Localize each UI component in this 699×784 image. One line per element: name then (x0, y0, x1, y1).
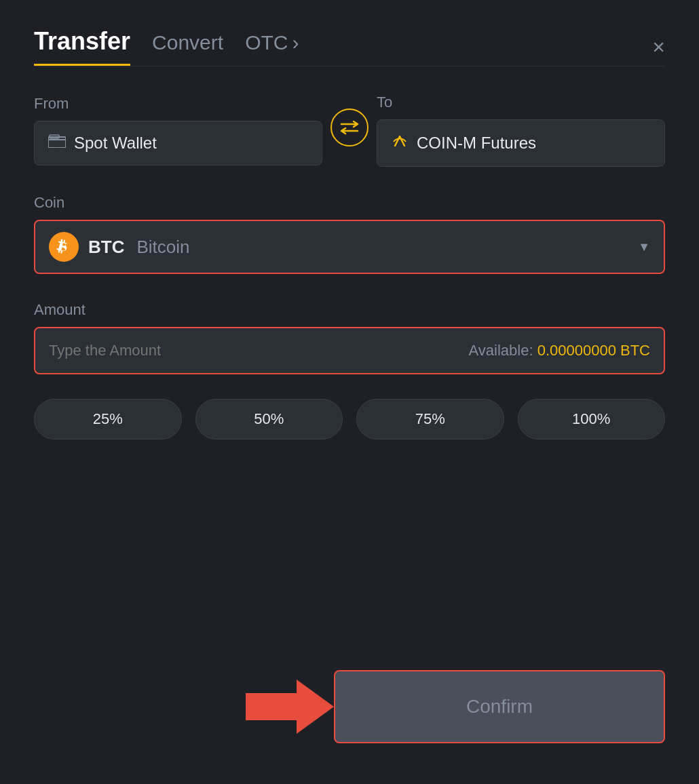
from-group: From Spot Wallet (34, 95, 322, 165)
to-label: To (377, 94, 665, 111)
pct-25-button[interactable]: 25% (34, 399, 182, 439)
pct-100-button[interactable]: 100% (518, 399, 666, 439)
coin-symbol: BTC (88, 237, 124, 258)
pct-75-button[interactable]: 75% (356, 399, 504, 439)
to-wallet-selector[interactable]: COIN-M Futures (377, 119, 665, 167)
header-divider (34, 66, 665, 66)
amount-input[interactable] (49, 342, 185, 359)
tab-otc[interactable]: OTC › (245, 31, 299, 62)
from-wallet-selector[interactable]: Spot Wallet (34, 121, 322, 165)
bottom-area: Confirm (34, 670, 665, 743)
wallet-icon (48, 134, 66, 152)
to-group: To COIN-M Futures (377, 94, 665, 167)
confirm-button[interactable]: Confirm (334, 670, 665, 743)
tab-convert[interactable]: Convert (152, 31, 223, 62)
pct-50-button[interactable]: 50% (195, 399, 343, 439)
btc-icon (49, 232, 79, 262)
swap-container (322, 109, 377, 152)
coin-section: Coin BTC Bitcoin ▼ (34, 194, 665, 274)
swap-button[interactable] (330, 109, 369, 146)
amount-label: Amount (34, 301, 86, 318)
coin-selector[interactable]: BTC Bitcoin ▼ (34, 220, 665, 274)
arrow-indicator (246, 676, 334, 737)
amount-input-box: Available: 0.00000000 BTC (34, 327, 665, 374)
available-value: 0.00000000 BTC (537, 342, 650, 359)
from-wallet-text: Spot Wallet (74, 134, 157, 153)
transfer-modal: Transfer Convert OTC › × From Spot Walle… (0, 0, 699, 784)
available-label: Available: (469, 342, 533, 359)
chevron-down-icon: ▼ (638, 240, 650, 254)
tab-transfer[interactable]: Transfer (34, 27, 130, 66)
modal-header: Transfer Convert OTC › × (34, 27, 665, 66)
coin-fullname: Bitcoin (136, 237, 189, 258)
percentage-buttons: 25% 50% 75% 100% (34, 399, 665, 439)
coin-label: Coin (34, 194, 64, 211)
amount-section: Amount Available: 0.00000000 BTC (34, 301, 665, 374)
amount-available: Available: 0.00000000 BTC (469, 342, 650, 359)
from-to-section: From Spot Wallet (34, 94, 665, 167)
futures-icon (391, 132, 409, 154)
to-wallet-text: COIN-M Futures (417, 134, 536, 153)
svg-marker-2 (246, 680, 334, 734)
close-button[interactable]: × (652, 36, 665, 58)
from-label: From (34, 95, 322, 113)
